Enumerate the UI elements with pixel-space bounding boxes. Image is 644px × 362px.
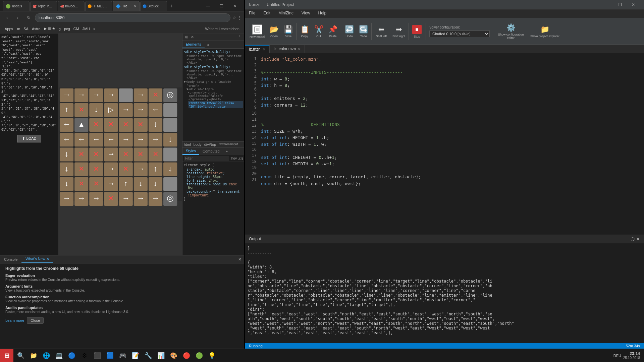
browser-tab[interactable]: 🐙 Imvoo/... bbox=[58, 1, 85, 11]
menu-edit[interactable]: Edit bbox=[259, 9, 274, 18]
tab-close-icon2[interactable]: ✕ bbox=[298, 47, 301, 51]
back-button[interactable]: ‹ bbox=[3, 15, 11, 20]
show-project-button[interactable]: 📁 Show project explorer bbox=[528, 24, 561, 39]
taskbar-item-12[interactable]: 🎨 bbox=[168, 350, 180, 362]
body-tag[interactable]: body bbox=[194, 142, 202, 146]
game-svg: → → → → → ✕ bbox=[59, 34, 182, 255]
learn-more-button[interactable]: Learn more bbox=[5, 317, 24, 324]
close-whatsnew-button[interactable]: Close bbox=[27, 317, 44, 324]
paste-button[interactable]: 📌 Paste bbox=[326, 24, 339, 39]
console-tab[interactable]: Console bbox=[0, 256, 21, 263]
mz-minimize[interactable]: — bbox=[600, 0, 613, 9]
taskbar-item-10[interactable]: 🔧 bbox=[142, 350, 154, 362]
taskbar-item-11[interactable]: 📊 bbox=[155, 350, 167, 362]
cut-button[interactable]: ✂️ Cut bbox=[312, 24, 325, 39]
undo-button[interactable]: ↩️ Undo bbox=[342, 24, 356, 39]
output-float-button[interactable]: ⬡ bbox=[631, 236, 635, 242]
item13-taskbar-icon: 🔴 bbox=[183, 352, 190, 359]
minimize-button[interactable]: — bbox=[201, 1, 215, 11]
bookmark-pcg[interactable]: pcg bbox=[63, 26, 71, 32]
editor-tab-lzcolor[interactable]: lz_color.mzn ✕ bbox=[270, 45, 305, 53]
bookmark-icons[interactable]: ▶ ☰ ★ bbox=[43, 26, 57, 32]
bookmark-sa[interactable]: SA bbox=[22, 26, 30, 32]
taskbar-item-14[interactable]: 🟢 bbox=[193, 350, 205, 362]
browser-tab-active[interactable]: 🔷 Tile ✕ bbox=[113, 1, 140, 11]
maximize-button[interactable]: ❐ bbox=[215, 1, 228, 11]
show-config-button[interactable]: ⚙️ Show configuration editor bbox=[494, 22, 528, 41]
hov-button[interactable]: :hov bbox=[230, 157, 237, 160]
tab-close-icon[interactable]: ✕ bbox=[134, 4, 137, 8]
textarea-tag[interactable]: textarea#input bbox=[219, 142, 238, 146]
bookmark-g[interactable]: g bbox=[57, 26, 62, 32]
cls-button[interactable]: .cls bbox=[238, 157, 243, 160]
browser-tab[interactable]: 🐙 Topic: h... bbox=[30, 1, 57, 11]
stop-button[interactable]: ■ Stop bbox=[410, 23, 424, 40]
taskbar-item-7[interactable]: 🟦 bbox=[104, 350, 116, 362]
browser-tab[interactable]: 🟢 nodejs bbox=[3, 1, 30, 11]
more-styles-icon[interactable]: » bbox=[223, 148, 230, 155]
menu-view[interactable]: View bbox=[298, 9, 314, 18]
whatsnew-tab[interactable]: What's New ✕ bbox=[21, 255, 53, 263]
code-content[interactable]: include "lz_color.mzn"; %---------------… bbox=[258, 53, 644, 235]
tab-close-icon[interactable]: ✕ bbox=[263, 48, 265, 51]
close-button[interactable]: ✕ bbox=[228, 1, 241, 11]
taskbar-item-browser[interactable]: 🌐 bbox=[40, 350, 52, 362]
styles-filter-input[interactable] bbox=[184, 156, 229, 161]
bookmark-jmh[interactable]: JMH bbox=[81, 26, 92, 32]
url-input[interactable]: localhost:8080 bbox=[35, 13, 230, 22]
bookmark-apps[interactable]: Apps bbox=[3, 26, 15, 32]
editor-tab-lzmzn[interactable]: lz.mzn ✕ bbox=[245, 45, 270, 53]
div-tag[interactable]: div#top bbox=[204, 142, 216, 146]
mz-maximize[interactable]: ❐ bbox=[613, 0, 627, 9]
bookmark-weitere[interactable]: Weitere Lesezeichen bbox=[203, 26, 241, 32]
copy-button[interactable]: 📋 Copy bbox=[298, 24, 311, 39]
menu-minizinc[interactable]: MiniZinc bbox=[274, 9, 298, 18]
taskbar-item-8[interactable]: 🎮 bbox=[117, 350, 129, 362]
taskbar-item-settings[interactable]: ⚙ bbox=[78, 350, 91, 362]
svg-text:✕: ✕ bbox=[123, 165, 129, 173]
save-button[interactable]: 💾 Save bbox=[281, 24, 295, 39]
devtools-elements-content: <div style="visibility: hidden; top: -99… bbox=[182, 49, 244, 141]
shift-left-button[interactable]: ⬅ Shift left bbox=[373, 24, 390, 39]
browser-tab[interactable]: 🔵 Bitbuck... bbox=[140, 1, 167, 11]
devtools-expand[interactable]: » bbox=[205, 41, 212, 48]
load-button[interactable]: ⬆ LOAD bbox=[17, 135, 42, 142]
panel-close-icon[interactable]: ✕ bbox=[238, 257, 241, 262]
computed-tab[interactable]: Computed bbox=[199, 148, 223, 155]
open-button[interactable]: 📂 Open bbox=[267, 24, 281, 39]
menu-icon[interactable]: ⋮ bbox=[237, 15, 241, 20]
taskbar-item-chrome[interactable]: 🔵 bbox=[66, 350, 78, 362]
styles-tab[interactable]: Styles bbox=[182, 147, 199, 155]
mz-close[interactable]: ✕ bbox=[627, 0, 640, 9]
new-model-button[interactable]: New model bbox=[248, 23, 267, 40]
forward-button[interactable]: › bbox=[13, 15, 22, 20]
taskbar-item-9[interactable]: 📝 bbox=[129, 350, 142, 362]
html-tag[interactable]: html bbox=[184, 142, 191, 146]
devtools-toggle-icon[interactable]: ⊞ bbox=[185, 35, 188, 39]
taskbar-item-13[interactable]: 🔴 bbox=[180, 350, 193, 362]
bookmark-cm[interactable]: CM bbox=[72, 26, 80, 32]
shift-right-button[interactable]: ➡ Shift right bbox=[390, 24, 407, 39]
taskbar-item-files[interactable]: 📁 bbox=[28, 350, 40, 362]
reload-button[interactable]: ↻ bbox=[24, 15, 33, 20]
new-tab-button[interactable]: + bbox=[168, 3, 175, 9]
taskbar-item-terminal[interactable]: ⬛ bbox=[91, 350, 103, 362]
start-button[interactable]: ⊞ bbox=[0, 349, 13, 362]
devtools-more-icon[interactable]: ⋮ bbox=[238, 35, 241, 39]
browser-tab[interactable]: 🟠 HTML L... bbox=[85, 1, 112, 11]
bookmark-more[interactable]: » bbox=[92, 26, 97, 32]
star-icon[interactable]: ☆ bbox=[232, 15, 236, 20]
taskbar-item-vscode[interactable]: 💻 bbox=[53, 350, 65, 362]
elements-tab[interactable]: Elements bbox=[182, 41, 205, 48]
solver-select[interactable]: Chuffed 0.10.0 [built-in] bbox=[429, 31, 490, 37]
bookmark-astro[interactable]: Astro bbox=[31, 26, 42, 32]
menu-help[interactable]: Help bbox=[314, 9, 331, 18]
output-close-button[interactable]: ✕ bbox=[636, 236, 640, 242]
devtools-more-panels[interactable]: » bbox=[205, 41, 212, 48]
devtools-close-icon[interactable]: ✕ bbox=[191, 35, 194, 39]
taskbar-item-15[interactable]: 💡 bbox=[206, 350, 218, 362]
bookmark-m[interactable]: m bbox=[16, 26, 21, 32]
taskbar-item-search[interactable]: 🔍 bbox=[15, 350, 27, 362]
redo-button[interactable]: ↪️ Redo bbox=[357, 24, 370, 39]
menu-file[interactable]: File bbox=[245, 9, 259, 18]
